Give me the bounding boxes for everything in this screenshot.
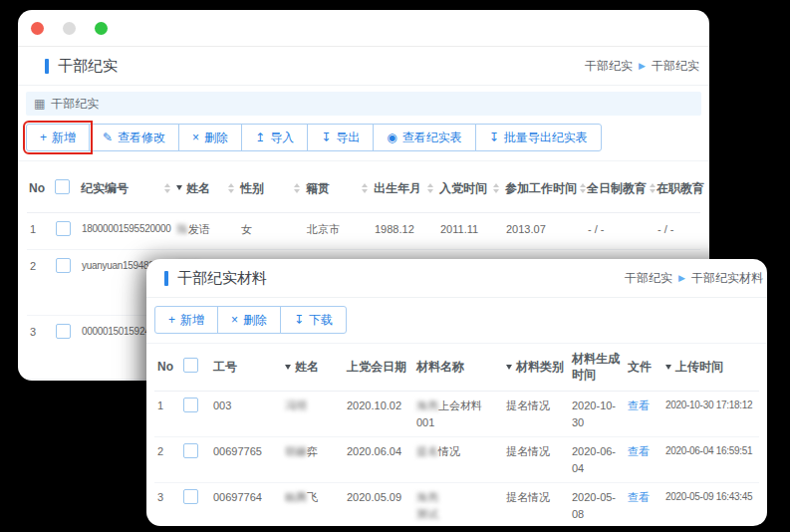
toolbar-button-plus[interactable]: +新增 bbox=[154, 306, 218, 334]
cell bbox=[180, 437, 210, 483]
toolbar-button-edit[interactable]: ✎查看修改 bbox=[89, 124, 179, 151]
column-header[interactable]: 籍贯 bbox=[304, 164, 372, 213]
column-header[interactable]: 纪实编号 bbox=[79, 164, 174, 213]
sort-icon[interactable] bbox=[294, 183, 302, 193]
view-link[interactable]: 查看 bbox=[628, 445, 650, 457]
row-checkbox[interactable] bbox=[183, 443, 198, 458]
row-checkbox[interactable] bbox=[56, 258, 71, 273]
cell bbox=[53, 380, 79, 382]
cell: 4 bbox=[27, 380, 53, 382]
cell-text: 2 bbox=[30, 260, 36, 272]
sort-icon[interactable] bbox=[427, 183, 435, 193]
view-link[interactable]: 查看 bbox=[628, 491, 650, 503]
toolbar-button-download[interactable]: ↧下载 bbox=[280, 306, 347, 334]
column-header[interactable]: 性别 bbox=[238, 164, 304, 213]
sort-icon[interactable] bbox=[362, 183, 370, 193]
toolbar-button-import[interactable]: ↥导入 bbox=[241, 124, 308, 151]
cell-text: 1988.12 bbox=[375, 223, 414, 235]
toolbar-button-label: 删除 bbox=[204, 130, 228, 146]
column-header[interactable]: 全日制教育 bbox=[585, 164, 655, 213]
table-grid-icon bbox=[34, 98, 45, 110]
column-select-all bbox=[53, 164, 79, 213]
row-checkbox[interactable] bbox=[183, 398, 198, 412]
filter-icon[interactable] bbox=[285, 365, 291, 373]
cell-text: 00697764 bbox=[213, 491, 262, 503]
toolbar-button-export[interactable]: ↧导出 bbox=[307, 124, 374, 151]
cell: 1988.12 bbox=[372, 213, 437, 250]
sort-icon[interactable] bbox=[493, 183, 501, 193]
cell: 提名情况 bbox=[503, 483, 569, 526]
row-checkbox[interactable] bbox=[56, 221, 71, 236]
cell-text: 2020-10-30 bbox=[572, 399, 616, 428]
cell: 2020.06.04 bbox=[344, 437, 413, 483]
cell-text: 2 bbox=[157, 445, 163, 457]
toolbar-button-eye[interactable]: ◉查看纪实表 bbox=[373, 124, 475, 151]
column-header[interactable]: 入党时间 bbox=[437, 164, 503, 213]
x-icon: × bbox=[231, 314, 238, 326]
view-link[interactable]: 查看 bbox=[628, 399, 650, 411]
sort-icon[interactable] bbox=[228, 183, 236, 193]
cell-text: 飞 bbox=[307, 491, 318, 503]
column-header: 材料生成时间 bbox=[569, 344, 625, 392]
cell: 2020-06-04 16:59:51 bbox=[662, 437, 759, 483]
cell bbox=[180, 392, 210, 437]
toolbar-button-label: 查看修改 bbox=[118, 130, 165, 146]
column-label: 在职教育 bbox=[657, 180, 704, 197]
minimize-button[interactable] bbox=[63, 22, 76, 35]
toolbar-button-label: 新增 bbox=[180, 312, 204, 329]
column-header[interactable]: 出生年月 bbox=[372, 164, 437, 213]
column-label: 纪实编号 bbox=[81, 180, 129, 197]
select-all-checkbox[interactable] bbox=[183, 358, 198, 373]
cell-text: 2020.05.09 bbox=[347, 491, 401, 503]
cell: 提名情况 bbox=[503, 392, 569, 437]
column-label: 籍贯 bbox=[306, 180, 330, 197]
cell-text: 2011.11 bbox=[440, 223, 478, 235]
table-row: 300697764杨腾飞2020.05.09海亮测试333333333333提名… bbox=[154, 483, 759, 526]
page-header: 干部纪实材料 干部纪实▶干部纪实材料 bbox=[146, 259, 767, 298]
sort-icon[interactable] bbox=[164, 183, 172, 193]
breadcrumb-item[interactable]: 干部纪实材料 bbox=[691, 270, 763, 287]
toolbar-button-label: 导入 bbox=[270, 130, 294, 146]
close-button[interactable] bbox=[31, 22, 44, 35]
cell-text: 海亮 bbox=[416, 491, 438, 503]
front-window: 干部纪实材料 干部纪实▶干部纪实材料 +新增×删除↧下载 No工号姓名上党会日期… bbox=[146, 259, 767, 526]
toolbar-button-x[interactable]: ×删除 bbox=[178, 124, 242, 151]
breadcrumb-arrow-icon: ▶ bbox=[639, 61, 646, 71]
breadcrumb-arrow-icon: ▶ bbox=[678, 273, 685, 283]
breadcrumb-item[interactable]: 干部纪实 bbox=[585, 58, 633, 75]
breadcrumb: 干部纪实▶干部纪实 bbox=[585, 58, 699, 75]
cell-text: 2020.10.02 bbox=[347, 399, 401, 411]
toolbar-button-plus[interactable]: +新增 bbox=[26, 124, 90, 151]
page-title: 干部纪实 bbox=[58, 57, 118, 76]
column-header[interactable]: 姓名 bbox=[174, 164, 238, 213]
breadcrumb-item[interactable]: 干部纪实 bbox=[652, 58, 699, 75]
cell: 2020-10-30 bbox=[569, 392, 625, 437]
breadcrumb-item[interactable]: 干部纪实 bbox=[625, 270, 672, 287]
export-icon: ↧ bbox=[321, 132, 331, 143]
toolbar-button-x[interactable]: ×删除 bbox=[217, 306, 281, 334]
panel-label: 干部纪实 bbox=[51, 96, 99, 113]
plus-icon: + bbox=[168, 314, 175, 326]
cell: 2020-05-08 bbox=[569, 483, 625, 526]
cell-text: 1 bbox=[30, 223, 36, 235]
maximize-button[interactable] bbox=[95, 22, 108, 35]
column-label: No bbox=[29, 181, 45, 195]
cell: 海亮上会材料001 bbox=[413, 392, 503, 437]
cell: 00697765 bbox=[210, 437, 282, 483]
column-label: 出生年月 bbox=[374, 180, 421, 197]
column-header[interactable]: 参加工作时间 bbox=[503, 164, 585, 213]
row-checkbox[interactable] bbox=[56, 324, 71, 339]
cell bbox=[53, 213, 79, 250]
filter-icon[interactable] bbox=[176, 185, 182, 193]
column-header: 上传时间 bbox=[662, 344, 759, 392]
plus-icon: + bbox=[40, 132, 47, 143]
filter-icon[interactable] bbox=[665, 365, 671, 373]
title-accent-bar bbox=[45, 59, 49, 74]
cell-text: 提名情况 bbox=[506, 491, 550, 503]
select-all-checkbox[interactable] bbox=[55, 179, 70, 194]
toolbar: +新增✎查看修改×删除↥导入↧导出◉查看纪实表↧批量导出纪实表 bbox=[18, 116, 709, 161]
row-checkbox[interactable] bbox=[183, 489, 198, 504]
toolbar-button-export[interactable]: ↧批量导出纪实表 bbox=[475, 124, 602, 151]
column-label: 文件 bbox=[628, 360, 652, 376]
filter-icon[interactable] bbox=[506, 365, 512, 373]
